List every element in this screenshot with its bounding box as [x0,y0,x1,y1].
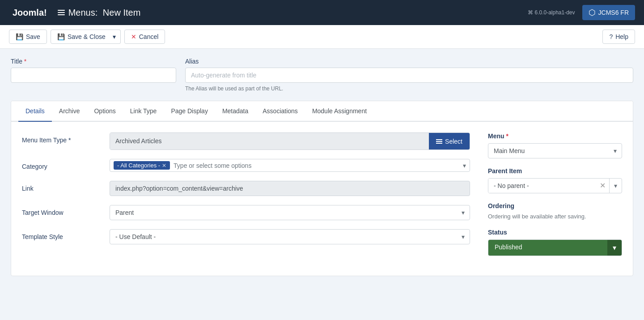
tab-archive[interactable]: Archive [52,101,87,122]
title-group: Title * [11,58,176,92]
save-button[interactable]: 💾 Save [9,30,47,44]
ordering-field: Ordering Ordering will be available afte… [488,202,622,220]
alias-hint: The Alias will be used as part of the UR… [185,85,633,92]
tab-page-display[interactable]: Page Display [164,101,215,122]
save-close-label: Save & Close [68,33,106,40]
help-icon: ? [609,33,613,40]
status-label: Status [488,229,622,236]
parent-item-field: Parent Item - No parent - ✕ ▾ [488,167,622,193]
help-button[interactable]: ? Help [602,30,635,44]
category-placeholder: Type or select some options [174,162,459,169]
menu-select-wrapper: Main Menu [488,143,622,158]
menu-item-type-selector: Archived Articles Select [110,132,470,150]
parent-item-right-label: Parent Item [488,167,622,175]
user-label: JCMS6 FR [598,9,629,16]
target-window-control: Parent [110,205,470,220]
page-title-group: Menus: New Item [58,8,141,18]
link-row: Link [22,181,470,196]
category-row: Category - All Categories - ✕ Type or se… [22,159,470,172]
title-input[interactable] [11,68,176,83]
template-style-label: Template Style [22,229,102,240]
tab-associations[interactable]: Associations [255,101,305,122]
target-window-select[interactable]: Parent [110,205,470,220]
tab-module-assignment[interactable]: Module Assignment [305,101,374,122]
parent-item-value: - No parent - [488,179,596,193]
menu-field: Menu * Main Menu [488,132,622,158]
tab-options[interactable]: Options [87,101,123,122]
link-input [110,181,470,196]
status-selector: Published ▾ [488,239,622,256]
main-content: Title * Alias The Alias will be used as … [0,49,644,285]
all-categories-tag: - All Categories - ✕ [114,161,170,170]
target-window-row: Target Window Parent [22,205,470,220]
parent-item-selector: - No parent - ✕ ▾ [488,178,622,193]
logo-text: Joomla! [13,8,47,18]
category-label: Category [22,159,102,170]
version-badge: ⌘ 6.0.0-alpha1-dev [528,9,575,16]
ordering-label: Ordering [488,202,622,209]
menu-item-type-value: Archived Articles [110,133,429,149]
category-multiselect[interactable]: - All Categories - ✕ Type or select some… [110,159,470,172]
category-control: - All Categories - ✕ Type or select some… [110,159,470,172]
link-control [110,181,470,196]
tab-content-details: Menu Item Type * Archived Articles [11,122,633,276]
tag-close-icon[interactable]: ✕ [162,162,166,169]
header-title-main: New Item [103,8,140,17]
tabs-nav: Details Archive Options Link Type Page D… [11,101,633,122]
tab-details[interactable]: Details [18,101,52,122]
menu-item-type-row: Menu Item Type * Archived Articles [22,132,470,150]
save-icon: 💾 [16,33,23,40]
select-button[interactable]: Select [429,133,470,149]
template-style-row: Template Style - Use Default - [22,229,470,244]
save-close-icon: 💾 [57,33,65,40]
user-icon: ⬡ [589,8,596,17]
joomla-logo: Joomla! [9,8,47,18]
alias-input[interactable] [185,68,633,83]
save-close-button[interactable]: 💾 Save & Close [51,30,112,44]
hamburger-icon [58,10,65,15]
header-title: Menus: New Item [68,8,141,18]
tab-left-panel: Menu Item Type * Archived Articles [22,132,470,265]
help-label: Help [615,33,628,40]
template-style-select[interactable]: - Use Default - [110,229,470,244]
cancel-icon: ✕ [131,33,136,40]
cancel-label: Cancel [139,33,159,40]
title-alias-row: Title * Alias The Alias will be used as … [11,58,633,92]
save-label: Save [26,33,40,40]
status-field: Status Published ▾ [488,229,622,256]
app-header: Joomla! Menus: New Item ⌘ 6.0.0-alpha1-d… [0,0,644,25]
alias-group: Alias The Alias will be used as part of … [185,58,633,92]
menu-item-type-control: Archived Articles Select [110,132,470,150]
select-icon [436,139,442,144]
header-title-prefix: Menus: [68,8,98,17]
alias-label: Alias [185,58,633,65]
status-value: Published [488,240,607,256]
template-style-select-wrapper: - Use Default - [110,229,470,244]
target-window-select-wrapper: Parent [110,205,470,220]
target-window-label: Target Window [22,205,102,216]
tabs-container: Details Archive Options Link Type Page D… [11,101,633,276]
menu-select[interactable]: Main Menu [488,143,622,158]
save-close-group: 💾 Save & Close ▾ [51,30,121,44]
template-style-control: - Use Default - [110,229,470,244]
tab-right-panel: Menu * Main Menu Parent Item - No parent… [488,132,622,265]
title-label: Title * [11,58,176,65]
ordering-hint: Ordering will be available after saving. [488,213,622,220]
save-dropdown-button[interactable]: ▾ [108,30,121,44]
tab-metadata[interactable]: Metadata [215,101,255,122]
user-button[interactable]: ⬡ JCMS6 FR [582,5,635,20]
status-dropdown-button[interactable]: ▾ [607,240,622,256]
parent-item-clear-icon[interactable]: ✕ [596,182,609,189]
toolbar: 💾 Save 💾 Save & Close ▾ ✕ Cancel ? Help [0,25,644,49]
tab-link-type[interactable]: Link Type [123,101,164,122]
menu-right-label: Menu * [488,132,622,140]
category-chevron-icon: ▾ [463,162,466,169]
parent-item-chevron-icon[interactable]: ▾ [609,179,622,193]
link-label: Link [22,181,102,192]
cancel-button[interactable]: ✕ Cancel [124,30,165,44]
select-label: Select [445,138,462,145]
menu-item-type-label: Menu Item Type * [22,132,102,144]
